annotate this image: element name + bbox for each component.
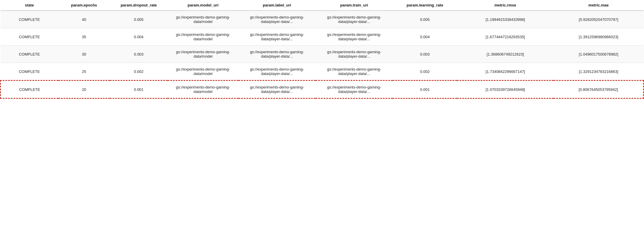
cell-label_uri: gs://experiments-demo-gaming-data/player…: [238, 81, 316, 99]
cell-state: COMPLETE: [1, 11, 58, 28]
table-header-row: stateparam.epochsparam.dropout_rateparam…: [1, 0, 644, 11]
cell-dropout_rate: 0.003: [110, 46, 168, 63]
cell-rmse: [1.7340842296667147]: [457, 63, 553, 81]
cell-model_uri: gs://experiments-demo-gaming-data/model: [168, 46, 238, 63]
col-header-epochs: param.epochs: [58, 0, 110, 11]
cell-model_uri: gs://experiments-demo-gaming-data/model: [168, 28, 238, 46]
cell-rmse: [1.0703339726645948]: [457, 81, 553, 99]
cell-rmse: [1.1994915338433996]: [457, 11, 553, 28]
cell-dropout_rate: 0.005: [110, 11, 168, 28]
cell-learning_rate: 0.004: [393, 28, 457, 46]
cell-train_uri: gs://experiments-demo-gaming-data/player…: [316, 11, 393, 28]
col-header-learning_rate: param.learning_rate: [393, 0, 457, 11]
cell-mae: [0.9282052047070797]: [554, 11, 644, 28]
experiments-table: stateparam.epochsparam.dropout_rateparam…: [0, 0, 644, 99]
cell-label_uri: gs://experiments-demo-gaming-data/player…: [238, 28, 316, 46]
col-header-train_uri: param.train_uri: [316, 0, 393, 11]
cell-label_uri: gs://experiments-demo-gaming-data/player…: [238, 63, 316, 81]
cell-dropout_rate: 0.001: [110, 81, 168, 99]
cell-learning_rate: 0.005: [393, 11, 457, 28]
cell-mae: [1.3912596980966023]: [554, 28, 644, 46]
col-header-mae: metric.mae: [554, 0, 644, 11]
cell-train_uri: gs://experiments-demo-gaming-data/player…: [316, 81, 393, 99]
cell-mae: [1.0496017500678982]: [554, 46, 644, 63]
col-header-rmse: metric.rmse: [457, 0, 553, 11]
cell-epochs: 25: [58, 63, 110, 81]
table-row[interactable]: COMPLETE350.004gs://experiments-demo-gam…: [1, 28, 644, 46]
cell-dropout_rate: 0.004: [110, 28, 168, 46]
cell-model_uri: gs://experiments-demo-gaming-data/model: [168, 11, 238, 28]
cell-model_uri: gs://experiments-demo-gaming-data/model: [168, 63, 238, 81]
cell-mae: [1.3291234783216863]: [554, 63, 644, 81]
cell-label_uri: gs://experiments-demo-gaming-data/player…: [238, 46, 316, 63]
table-row[interactable]: COMPLETE200.001gs://experiments-demo-gam…: [1, 81, 644, 99]
table-row[interactable]: COMPLETE250.002gs://experiments-demo-gam…: [1, 63, 644, 81]
col-header-dropout_rate: param.dropout_rate: [110, 0, 168, 11]
cell-state: COMPLETE: [1, 63, 58, 81]
cell-train_uri: gs://experiments-demo-gaming-data/player…: [316, 46, 393, 63]
cell-epochs: 30: [58, 46, 110, 63]
results-table: stateparam.epochsparam.dropout_rateparam…: [0, 0, 644, 99]
cell-learning_rate: 0.001: [393, 81, 457, 99]
col-header-label_uri: param.label_uri: [238, 0, 316, 11]
table-row[interactable]: COMPLETE400.005gs://experiments-demo-gam…: [1, 11, 644, 28]
col-header-model_uri: param.model_uri: [168, 0, 238, 11]
cell-state: COMPLETE: [1, 28, 58, 46]
cell-learning_rate: 0.003: [393, 46, 457, 63]
cell-dropout_rate: 0.002: [110, 63, 168, 81]
cell-epochs: 40: [58, 11, 110, 28]
cell-rmse: [1.6774447216293535]: [457, 28, 553, 46]
cell-epochs: 20: [58, 81, 110, 99]
cell-state: COMPLETE: [1, 81, 58, 99]
col-header-state: state: [1, 0, 58, 11]
cell-state: COMPLETE: [1, 46, 58, 63]
cell-label_uri: gs://experiments-demo-gaming-data/player…: [238, 11, 316, 28]
cell-rmse: [1.368606749212623]: [457, 46, 553, 63]
cell-train_uri: gs://experiments-demo-gaming-data/player…: [316, 63, 393, 81]
cell-model_uri: gs://experiments-demo-gaming-data/model: [168, 81, 238, 99]
cell-learning_rate: 0.002: [393, 63, 457, 81]
table-row[interactable]: COMPLETE300.003gs://experiments-demo-gam…: [1, 46, 644, 63]
cell-epochs: 35: [58, 28, 110, 46]
cell-train_uri: gs://experiments-demo-gaming-data/player…: [316, 28, 393, 46]
cell-mae: [0.8067645053795942]: [554, 81, 644, 99]
